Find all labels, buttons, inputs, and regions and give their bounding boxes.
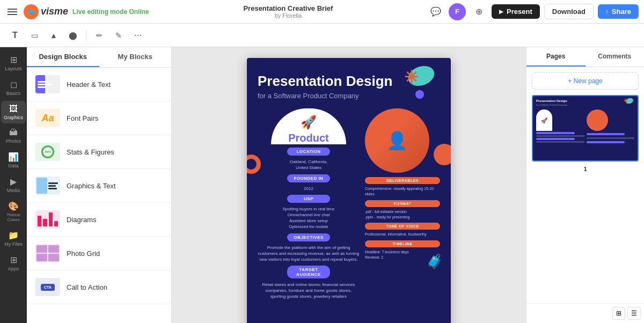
download-button[interactable]: Download xyxy=(544,4,594,19)
logo-bird-icon: 🐦 xyxy=(27,8,36,16)
grid-view-button[interactable]: ⊞ xyxy=(612,307,625,320)
info-rows: LOCATION Oakland, California,United Stat… xyxy=(258,144,360,302)
format-text: .pdf - full editable version.pptx - read… xyxy=(365,209,440,220)
tone-text: Professional, informative, trustworthy xyxy=(365,232,440,237)
main-area: ⊞ Layouts ◻ Basics 🖼 Graphics 🏔 Photos 📊… xyxy=(0,47,644,323)
edit-mode-label: Live editing mode Online xyxy=(72,8,149,16)
my-blocks-tab[interactable]: My Blocks xyxy=(99,47,172,67)
target-audience-text: Retail stores and online stores; financi… xyxy=(258,282,360,300)
basics-icon: ◻ xyxy=(10,79,17,90)
block-thumb-stats: 40% xyxy=(35,143,60,161)
new-page-button[interactable]: + New page xyxy=(532,72,639,90)
chat-button[interactable]: 💬 xyxy=(427,3,444,20)
right-panel-footer: ⊞ ☰ xyxy=(526,303,644,323)
list-item[interactable]: 40% Stats & Figures xyxy=(27,135,171,169)
circle-tool-button[interactable]: ⬤ xyxy=(64,27,82,44)
arch-container: 🚀 Product xyxy=(271,108,346,144)
topbar: 🐦 visme Live editing mode Online Present… xyxy=(0,0,644,24)
sidebar-item-apps[interactable]: ⊞ Apps xyxy=(1,252,26,275)
left-sidebar: ⊞ Layouts ◻ Basics 🖼 Graphics 🏔 Photos 📊… xyxy=(0,47,27,323)
canvas-frame[interactable]: ✳ Presentation Design for a Software Pro… xyxy=(247,58,451,323)
design-blocks-tab[interactable]: Design Blocks xyxy=(27,47,99,67)
my-files-icon: 📁 xyxy=(8,230,19,240)
logo-icon: 🐦 xyxy=(24,4,39,19)
list-item[interactable]: Graphics & Text xyxy=(27,169,171,203)
panel-tabs: Design Blocks My Blocks xyxy=(27,47,171,68)
usp-badge: USP xyxy=(287,195,330,203)
share-button[interactable]: Share xyxy=(598,4,639,19)
rect-tool-button[interactable]: ▭ xyxy=(26,27,43,44)
block-label: Photo Grid xyxy=(67,249,100,258)
timeline-badge: TIMELINE xyxy=(365,240,440,247)
pt-right xyxy=(587,109,635,143)
sidebar-item-theme-colors[interactable]: 🎨 Theme Colors xyxy=(1,198,26,226)
deliverables-badge: DELIVERABLES xyxy=(365,177,440,184)
apps-icon: ⊞ xyxy=(10,255,17,265)
block-thumb-photo-grid xyxy=(35,244,60,262)
doc-author: by Fiorella xyxy=(275,12,302,19)
block-thumb-header xyxy=(35,75,60,93)
graphics-icon: 🖼 xyxy=(9,104,18,114)
canvas-wrapper: ✳ Presentation Design for a Software Pro… xyxy=(247,58,451,323)
sidebar-item-basics[interactable]: ◻ Basics xyxy=(1,76,26,100)
list-view-button[interactable]: ☰ xyxy=(627,307,641,320)
pen-tool-button[interactable]: ✏ xyxy=(91,27,108,44)
block-label: Header & Text xyxy=(67,80,111,89)
pages-tab[interactable]: Pages xyxy=(526,47,586,67)
format-badge: FORMAT xyxy=(365,200,440,207)
list-item[interactable]: CTA Call to Action xyxy=(27,270,171,304)
collaborators-button[interactable]: ⊕ xyxy=(470,3,487,20)
block-thumb-font: Aa xyxy=(35,109,60,127)
pt-circle xyxy=(587,109,608,131)
target-audience-badge: TARGET AUDIENCE xyxy=(287,266,330,278)
location-text: Oakland, California,United States xyxy=(258,159,360,171)
comments-tab[interactable]: Comments xyxy=(586,47,645,67)
person-icon: 👤 xyxy=(386,130,408,151)
photos-icon: 🏔 xyxy=(9,128,18,137)
location-badge: LOCATION xyxy=(287,148,330,156)
menu-button[interactable] xyxy=(5,6,19,17)
right-panel-tabs: Pages Comments xyxy=(526,47,644,67)
page-thumbnail-1[interactable]: Presentation Design for a Software Produ… xyxy=(532,95,639,162)
sidebar-item-photos[interactable]: 🏔 Photos xyxy=(1,124,26,148)
block-label: Stats & Figures xyxy=(67,148,114,156)
block-list: Header & Text Aa Font Pairs 40% Stat xyxy=(27,68,171,323)
block-label: Graphics & Text xyxy=(67,182,116,190)
sidebar-item-media[interactable]: ▶ Media xyxy=(1,173,26,197)
tone-badge: TONE OF VOICE xyxy=(365,223,440,230)
text-tool-button[interactable]: T xyxy=(6,27,24,44)
more-tools-button[interactable]: ⋯ xyxy=(129,27,147,44)
list-item[interactable]: Header & Text xyxy=(27,68,171,101)
sidebar-item-layouts[interactable]: ⊞ Layouts xyxy=(1,52,26,75)
pt-title: Presentation Design xyxy=(536,99,634,102)
present-button[interactable]: Present xyxy=(492,4,540,19)
toolbar: T ▭ ▲ ⬤ ✏ ✎ ⋯ xyxy=(0,24,644,47)
product-section: 🚀 Product LOCATION Oakland, California,U… xyxy=(258,108,440,302)
pencil-tool-button[interactable]: ✎ xyxy=(110,27,127,44)
layouts-icon: ⊞ xyxy=(10,55,17,65)
user-avatar[interactable]: F xyxy=(449,3,466,20)
page-thumb-inner: Presentation Design for a Software Produ… xyxy=(533,96,638,160)
list-item[interactable]: Diagrams xyxy=(27,203,171,237)
slide-subtitle: for a Software Product Company xyxy=(258,92,440,100)
sidebar-item-graphics[interactable]: 🖼 Graphics xyxy=(1,101,26,124)
theme-colors-icon: 🎨 xyxy=(8,201,19,211)
canvas-area[interactable]: ✳ Presentation Design for a Software Pro… xyxy=(172,47,526,323)
list-item[interactable]: Aa Font Pairs xyxy=(27,101,171,135)
logo-text: visme xyxy=(41,6,68,17)
design-blocks-panel: Design Blocks My Blocks Header & Text xyxy=(27,47,172,323)
doc-title: Presentation Creative Brief xyxy=(243,4,333,12)
right-panel: Pages Comments + New page Presentation D… xyxy=(526,47,644,323)
triangle-tool-button[interactable]: ▲ xyxy=(45,27,62,44)
block-label: Diagrams xyxy=(67,216,97,224)
sidebar-item-my-files[interactable]: 📁 My Files xyxy=(1,227,26,251)
slide-content: Presentation Design for a Software Produ… xyxy=(247,58,451,313)
page-thumb-wrapper: Presentation Design for a Software Produ… xyxy=(532,95,639,162)
list-item[interactable]: Photo Grid xyxy=(27,237,171,270)
founded-badge: FOUNDED IN xyxy=(287,174,330,182)
pt-content: 🚀 xyxy=(536,109,634,143)
pt-deco-asterisk: ✳ xyxy=(624,98,628,104)
sidebar-item-data[interactable]: 📊 Data xyxy=(1,149,26,172)
block-label: Font Pairs xyxy=(67,114,98,122)
pt-arch: 🚀 xyxy=(536,109,552,131)
